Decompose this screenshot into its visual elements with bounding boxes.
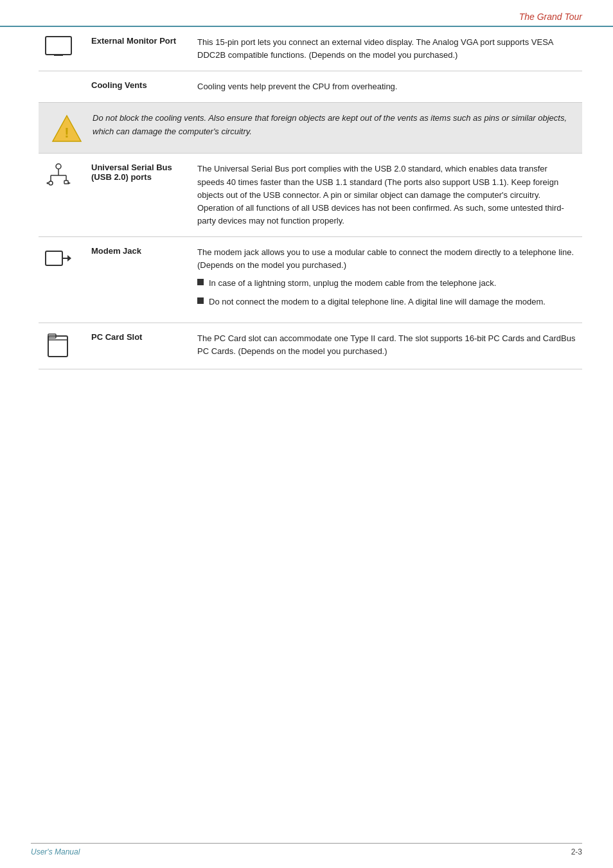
feature-name-pccard: PC Card Slot [85,323,191,369]
svg-marker-16 [67,255,71,261]
svg-rect-17 [48,336,67,357]
modem-bullet-list: In case of a lightning storm, unplug the… [197,277,576,308]
warning-icon-wrap: ! [50,113,84,144]
icon-cell-pccard [39,323,85,369]
footer-right-label: 2-3 [571,847,582,856]
list-item: In case of a lightning storm, unplug the… [197,277,576,290]
page-footer: User's Manual 2-3 [31,843,582,856]
usb-icon [44,163,73,187]
page-header: The Grand Tour [0,0,613,27]
modem-icon [45,246,72,270]
svg-rect-0 [46,37,71,55]
icon-cell-monitor [39,27,85,71]
feature-desc-monitor: This 15-pin port lets you connect an ext… [191,27,582,71]
table-row: Universal Serial Bus (USB 2.0) ports The… [39,154,582,236]
bullet-icon [197,297,204,304]
icon-cell-modem [39,237,85,323]
content-area: External Monitor Port This 15-pin port l… [0,27,613,395]
feature-desc-pccard: The PC Card slot can accommodate one Typ… [191,323,582,369]
table-row: Modem Jack The modem jack allows you to … [39,237,582,323]
warning-box: ! Do not block the cooling vents. Also e… [39,103,582,154]
table-row: PC Card Slot The PC Card slot can accomm… [39,323,582,369]
monitor-icon [45,36,72,59]
feature-desc-modem: The modem jack allows you to use a modul… [191,237,582,323]
header-title: The Grand Tour [519,12,582,22]
feature-name-cooling: Cooling Vents [85,71,191,103]
feature-name-usb: Universal Serial Bus (USB 2.0) ports [85,154,191,236]
feature-table: External Monitor Port This 15-pin port l… [39,27,582,369]
feature-name-modem: Modem Jack [85,237,191,323]
svg-marker-13 [68,182,71,184]
page-container: The Grand Tour External Monitor Port [0,0,613,868]
footer-left-label: User's Manual [31,847,80,856]
list-item: Do not connect the modem to a digital te… [197,296,576,308]
feature-desc-usb: The Universal Serial Bus port complies w… [191,154,582,236]
pccard-icon [46,332,71,358]
feature-name-monitor: External Monitor Port [85,27,191,71]
warning-icon: ! [51,113,82,144]
table-row: External Monitor Port This 15-pin port l… [39,27,582,71]
feature-desc-cooling: Cooling vents help prevent the CPU from … [191,71,582,103]
icon-cell-usb [39,154,85,236]
icon-cell-cooling [39,71,85,103]
svg-rect-14 [46,251,62,265]
warning-row: ! Do not block the cooling vents. Also e… [39,103,582,154]
svg-point-12 [47,182,49,184]
svg-text:!: ! [64,125,69,141]
bullet-icon [197,279,204,285]
svg-rect-11 [64,181,68,184]
warning-text: Do not block the cooling vents. Also ens… [93,112,571,137]
table-row: Cooling Vents Cooling vents help prevent… [39,71,582,103]
svg-point-5 [56,164,61,169]
